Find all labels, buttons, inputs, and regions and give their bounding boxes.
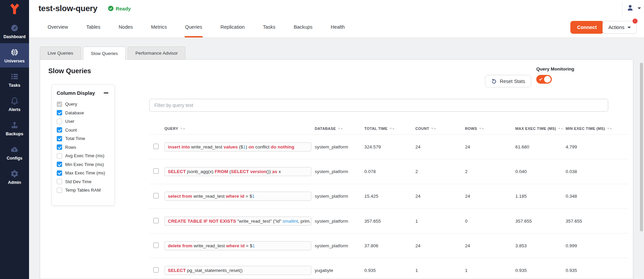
sidebar-item-configs[interactable]: Configs (0, 140, 29, 165)
slow-queries-panel: Slow Queries Reset Stats Query Monitorin… (40, 59, 633, 279)
column-option-avg-exec-time-ms[interactable]: Avg Exec Time (ms) (57, 151, 109, 160)
main-sidebar: Dashboard Universes Tasks Alerts (0, 0, 29, 279)
checkbox-icon[interactable] (57, 170, 62, 176)
checkbox-icon[interactable] (57, 110, 62, 115)
user-avatar-icon[interactable] (626, 4, 634, 12)
row-checkbox[interactable] (153, 168, 159, 174)
queries-subtabs: Live Queries Slow Queries Performance Ad… (40, 47, 185, 60)
backups-upload-icon (10, 121, 19, 130)
column-option-query[interactable]: Query (57, 100, 109, 109)
sidebar-item-universes[interactable]: Universes (0, 43, 29, 67)
column-option-label: Total Time (65, 136, 85, 141)
column-option-min-exec-time-ms[interactable]: Min Exec Time (ms) (57, 160, 109, 169)
column-display-title: Column Display (57, 90, 95, 96)
sort-icons[interactable] (390, 128, 394, 129)
column-option-max-exec-time-ms[interactable]: Max Exec Time (ms) (57, 169, 109, 177)
max-exec-time-cell: 1.185 (515, 194, 566, 199)
column-option-rows[interactable]: Rows (57, 143, 109, 152)
query-monitoring-toggle[interactable] (536, 75, 552, 84)
sidebar-item-admin[interactable]: Admin (0, 165, 29, 189)
checkbox-icon[interactable] (57, 136, 62, 141)
total-time-cell: 324.579 (364, 144, 415, 149)
connect-button[interactable]: Connect (570, 21, 603, 34)
yugabyte-logo[interactable] (0, 0, 29, 19)
query-row[interactable]: insert into write_read_test values ($1) … (149, 135, 628, 159)
column-header-total-time[interactable]: TOTAL TIME (364, 127, 415, 131)
checkbox-icon[interactable] (57, 179, 62, 184)
nav-tab-metrics[interactable]: Metrics (142, 17, 176, 37)
vertical-scrollbar[interactable] (640, 63, 643, 231)
sidebar-item-alerts[interactable]: Alerts (0, 92, 29, 116)
row-checkbox[interactable] (153, 243, 159, 248)
column-header-min-exec-time-ms[interactable]: MIN EXEC TIME (MS) (566, 127, 628, 131)
tab-performance-advisor[interactable]: Performance Advisor (128, 47, 185, 60)
sort-icons[interactable] (180, 128, 185, 129)
column-option-temp-tables-ram[interactable]: Temp Tables RAM (57, 186, 109, 195)
count-cell: 24 (415, 243, 465, 248)
sidebar-item-tasks[interactable]: Tasks (0, 67, 29, 92)
tab-live-queries[interactable]: Live Queries (40, 47, 81, 60)
query-text[interactable]: select from write_read_test where id = $… (164, 192, 311, 201)
checkbox-icon[interactable] (57, 127, 62, 133)
collapse-minus-icon[interactable] (104, 92, 108, 93)
nav-tab-backups[interactable]: Backups (285, 17, 322, 37)
nav-tab-queries[interactable]: Queries (176, 17, 211, 37)
nav-tab-overview[interactable]: Overview (38, 17, 77, 37)
query-text[interactable]: insert into write_read_test values ($1) … (164, 142, 311, 151)
sort-icons[interactable] (558, 128, 563, 129)
query-text[interactable]: CREATE TABLE IF NOT EXISTS "write_read_t… (164, 217, 311, 226)
checkbox-icon[interactable] (57, 153, 62, 159)
nav-tab-tasks[interactable]: Tasks (254, 17, 285, 37)
query-text[interactable]: delete from write_read_test where id = $… (164, 241, 311, 250)
query-row[interactable]: delete from write_read_test where id = $… (149, 233, 628, 258)
query-row[interactable]: SELECT pg_stat_statements_reset()yugabyt… (149, 258, 628, 279)
admin-gear-icon (10, 169, 19, 178)
column-option-label: Query (65, 102, 77, 107)
column-option-count[interactable]: Count (57, 126, 109, 135)
column-option-database[interactable]: Database (57, 109, 109, 117)
column-option-user[interactable]: User (57, 117, 109, 126)
query-row[interactable]: select from write_read_test where id = $… (149, 184, 628, 209)
column-header-rows[interactable]: ROWS (465, 127, 515, 131)
sidebar-item-backups[interactable]: Backups (0, 116, 29, 140)
checkbox-icon[interactable] (57, 162, 62, 167)
nav-tab-replication[interactable]: Replication (211, 17, 254, 37)
column-header-database[interactable]: DATABASE (315, 127, 364, 131)
reset-stats-button[interactable]: Reset Stats (485, 75, 531, 87)
checkbox-icon[interactable] (57, 102, 62, 107)
checkbox-icon[interactable] (57, 119, 62, 124)
query-row[interactable]: CREATE TABLE IF NOT EXISTS "write_read_t… (149, 209, 628, 233)
row-checkbox[interactable] (153, 267, 159, 273)
nav-tab-health[interactable]: Health (321, 17, 354, 37)
query-text[interactable]: SELECT jsonb_agg(x) FROM (SELECT version… (164, 167, 311, 176)
column-option-std-dev-time[interactable]: Std Dev Time (57, 177, 109, 186)
column-header-count[interactable]: COUNT (415, 127, 465, 131)
user-menu-caret-icon[interactable] (638, 7, 641, 9)
sort-icons[interactable] (338, 128, 343, 129)
checkbox-icon[interactable] (57, 188, 62, 193)
sort-icons[interactable] (431, 128, 436, 129)
nav-tab-nodes[interactable]: Nodes (109, 17, 142, 37)
tab-slow-queries[interactable]: Slow Queries (83, 47, 126, 60)
sort-icons[interactable] (607, 128, 612, 129)
column-header-max-exec-time-ms[interactable]: MAX EXEC TIME (MS) (515, 127, 566, 131)
actions-button[interactable]: Actions (602, 21, 637, 34)
column-option-total-time[interactable]: Total Time (57, 134, 109, 143)
column-display-options: QueryDatabaseUserCountTotal TimeRowsAvg … (57, 100, 109, 195)
ready-check-icon (108, 6, 113, 11)
total-time-cell: 0.935 (364, 268, 415, 273)
row-checkbox[interactable] (153, 193, 159, 198)
sidebar-item-dashboard[interactable]: Dashboard (0, 19, 29, 43)
query-row[interactable]: SELECT jsonb_agg(x) FROM (SELECT version… (149, 159, 628, 184)
universe-tab-row: OverviewTablesNodesMetricsQueriesReplica… (29, 17, 644, 38)
row-checkbox[interactable] (153, 218, 159, 223)
query-filter-input[interactable] (149, 99, 608, 112)
column-header-query[interactable]: QUERY (164, 127, 315, 131)
total-time-cell: 357.655 (364, 219, 415, 224)
nav-tab-tables[interactable]: Tables (77, 17, 109, 37)
sort-icons[interactable] (479, 128, 484, 129)
row-checkbox[interactable] (153, 144, 159, 149)
checkbox-icon[interactable] (57, 144, 62, 150)
min-exec-time-cell: 0.038 (566, 169, 628, 174)
query-text[interactable]: SELECT pg_stat_statements_reset() (164, 266, 311, 275)
